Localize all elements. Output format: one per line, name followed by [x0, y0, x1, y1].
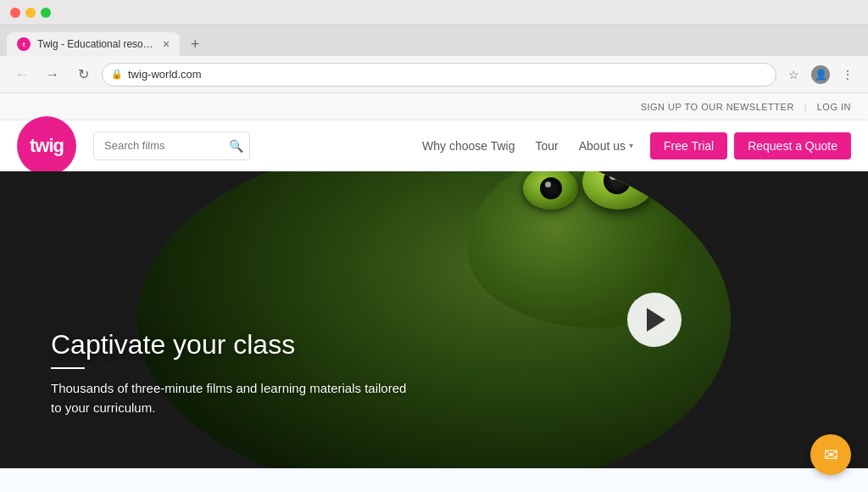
- url-text: twig-world.com: [128, 68, 202, 81]
- refresh-button[interactable]: ↻: [71, 63, 95, 87]
- message-fab[interactable]: ✉: [810, 434, 851, 475]
- website-content: SIGN UP TO OUR NEWSLETTER | LOG IN twig …: [0, 93, 868, 492]
- main-nav: twig 🔍 Why choose Twig Tour About us ▾ F…: [0, 120, 868, 171]
- tour-link[interactable]: Tour: [536, 139, 559, 153]
- hero-title: Captivate your class: [51, 329, 407, 361]
- utility-divider: |: [804, 102, 807, 112]
- browser-frame: t Twig - Educational resources × + ← → ↻…: [0, 0, 868, 492]
- browser-titlebar: [0, 0, 868, 25]
- profile-button[interactable]: 👤: [810, 64, 831, 85]
- request-quote-button[interactable]: Request a Quote: [734, 132, 851, 159]
- why-choose-link[interactable]: Why choose Twig: [422, 139, 515, 153]
- back-button[interactable]: ←: [10, 63, 34, 87]
- tab-title: Twig - Educational resources: [37, 38, 156, 50]
- newsletter-link[interactable]: SIGN UP TO OUR NEWSLETTER: [641, 102, 794, 112]
- maximize-button[interactable]: [41, 8, 51, 18]
- minimize-button[interactable]: [25, 8, 36, 18]
- security-icon: 🔒: [111, 69, 123, 80]
- address-bar[interactable]: 🔒 twig-world.com: [102, 63, 776, 87]
- browser-tabs: t Twig - Educational resources × +: [0, 25, 868, 56]
- about-link[interactable]: About us ▾: [579, 139, 633, 153]
- tab-favicon: t: [17, 37, 31, 51]
- browser-toolbar: ← → ↻ 🔒 twig-world.com ☆ 👤 ⋮: [0, 56, 868, 93]
- play-icon: [647, 308, 665, 332]
- free-trial-button[interactable]: Free Trial: [650, 132, 727, 159]
- about-dropdown-icon: ▾: [629, 141, 633, 150]
- toolbar-actions: ☆ 👤 ⋮: [783, 64, 858, 85]
- menu-button[interactable]: ⋮: [837, 64, 858, 85]
- tab-close-icon[interactable]: ×: [163, 37, 170, 51]
- close-button[interactable]: [10, 8, 20, 18]
- bottom-section: What are you teaching today?: [0, 468, 868, 492]
- utility-bar: SIGN UP TO OUR NEWSLETTER | LOG IN: [0, 93, 868, 120]
- message-icon: ✉: [824, 444, 838, 465]
- new-tab-button[interactable]: +: [183, 32, 207, 56]
- login-link[interactable]: LOG IN: [817, 102, 851, 112]
- logo-text: twig: [30, 135, 64, 157]
- hero-subtitle: Thousands of three-minute films and lear…: [51, 379, 407, 417]
- active-tab[interactable]: t Twig - Educational resources ×: [7, 32, 180, 56]
- forward-button[interactable]: →: [41, 63, 64, 87]
- traffic-lights: [10, 8, 51, 18]
- play-button[interactable]: [627, 293, 682, 347]
- hero-content: Captivate your class Thousands of three-…: [51, 329, 407, 417]
- search-container: 🔍: [93, 131, 250, 160]
- search-input[interactable]: [93, 131, 250, 160]
- hero-divider: [51, 367, 85, 369]
- hero-section: Captivate your class Thousands of three-…: [0, 171, 868, 468]
- search-icon[interactable]: 🔍: [229, 139, 243, 153]
- bookmark-button[interactable]: ☆: [783, 64, 804, 85]
- logo[interactable]: twig: [17, 116, 76, 176]
- nav-links: Why choose Twig Tour About us ▾: [422, 139, 633, 153]
